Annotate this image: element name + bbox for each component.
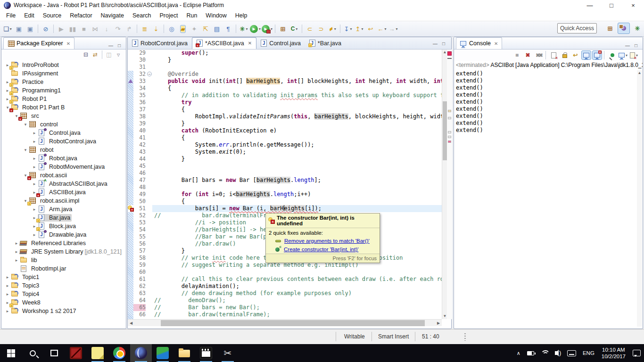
dropdown-icon[interactable]: ▾ [350,27,352,31]
tree-item-src[interactable]: ▾×src [1,112,126,120]
create-constructor-link[interactable]: Create constructor 'Bar(int, int)' [284,247,358,252]
maximize-editor-button[interactable]: □ [439,40,448,47]
code-line-32[interactable]: 32− @Override [128,71,442,78]
error-marker-icon[interactable]: × [128,206,134,212]
terminate-button[interactable]: ■ [512,50,522,60]
tree-item-block-java[interactable]: ▸J!Block.java [1,222,126,230]
tree-item-topic3[interactable]: ▸Topic3 [1,281,126,290]
taskbar-bluestacks-button[interactable] [152,344,173,362]
code-line-48[interactable]: 48 [128,184,442,191]
tree-item-programming1[interactable]: ▸!Programming1 [1,86,126,95]
toolbar-new-java-class-button[interactable]: C▾ [289,24,299,34]
dropdown-icon[interactable]: ▾ [385,27,387,31]
toolbar-save-button[interactable]: ▣ [14,24,24,34]
tab-close-icon[interactable]: ✕ [248,41,252,46]
tree-item-practice[interactable]: ▸!Practice [1,78,126,86]
view-close-icon[interactable]: ✕ [66,41,70,46]
toolbar-show-selected-element-button[interactable]: ⇱ [200,24,211,34]
taskbar-file-explorer-button[interactable] [173,344,195,362]
editor-tab-barjava[interactable]: J!*Bar.java [305,37,346,49]
minimize-view-button[interactable]: — [107,41,115,49]
menu-refactor[interactable]: Refactor [66,11,96,20]
overview-ruler[interactable] [447,49,452,319]
tree-item-control[interactable]: ▾control [1,120,126,129]
package-explorer-tab[interactable]: Package Explorer ✕ [3,37,74,49]
wifi-icon[interactable] [537,344,552,362]
dropdown-icon[interactable]: ▾ [361,27,363,31]
expand-open-icon[interactable]: ▾ [22,148,29,152]
code-line-38[interactable]: 38 RobotImpl.validateInitParams(this, ba… [128,113,442,120]
tree-item-topic4[interactable]: ▸Topic4 [1,290,126,298]
overview-marker[interactable] [448,140,451,143]
code-line-43[interactable]: 43 System.exit(0); [128,148,442,156]
tree-item-abstractasciibot-java[interactable]: ▸JAAbstractASCIIBot.java [1,180,126,188]
toolbar-skip-breakpoints-button[interactable]: ⊘ [41,24,51,34]
menu-help[interactable]: Help [231,11,252,20]
code-line-65[interactable]: 65// Bar bars = new Bar(); [128,304,442,311]
code-line-45[interactable]: 45 [128,163,442,170]
tree-item-robot-ascii[interactable]: ▾×robot.ascii [1,171,126,180]
remove-all-terminated-button[interactable]: ✖✖ [534,50,544,60]
code-line-51[interactable]: 51× bars[i] = new Bar (i, barHeights[i])… [128,205,442,212]
taskbar-eclipse-button[interactable] [130,344,152,362]
overview-marker[interactable] [448,131,451,133]
tree-item-robot-p1-part-b[interactable]: ▾×Robot P1 Part B [1,103,126,112]
expand-closed-icon[interactable]: ▸ [31,156,38,161]
tree-item-asciibot-java[interactable]: ▸J×ASCIIBot.java [1,188,126,197]
expand-open-icon[interactable]: ▾ [22,122,29,127]
menu-run[interactable]: Run [182,11,201,20]
toolbar-open-element-button[interactable]: ◎ [166,24,177,34]
expand-closed-icon[interactable]: ▸ [13,241,20,246]
toolbar-debug-button[interactable]: ✳▾ [239,24,249,34]
editor-tab-robotcontroljava[interactable]: JRobotControl.java [128,37,192,49]
expand-closed-icon[interactable]: ▸ [31,139,38,144]
word-wrap-button[interactable]: ↩ [570,50,580,60]
code-line-63[interactable]: 63 // demo drawing method (for example p… [128,290,442,297]
menu-source[interactable]: Source [39,11,66,20]
tray-expand-chevron[interactable]: ∧ [513,344,524,362]
code-line-47[interactable]: 47 Bar[] bars = new Bar [barHeights.leng… [128,177,442,184]
toolbar-clean-up-button[interactable]: ✦ [189,24,199,34]
toolbar-show-whitespace-button[interactable]: ¶ [223,24,233,34]
taskbar-dota-button[interactable] [65,344,87,362]
tree-item-ipassignment[interactable]: IPAssignment [1,69,126,78]
toolbar-toggle-block-selection-button[interactable]: ▤ [212,24,222,34]
tree-item-robot-ascii-impl[interactable]: ▾!robot.ascii.impl [1,197,126,205]
pin-console-button[interactable] [607,50,617,60]
toolbar-new-wizard-button[interactable]: ❏▾ [2,24,13,34]
volume-icon[interactable] [552,344,564,362]
language-indicator[interactable]: ENG [579,344,598,362]
dropdown-icon[interactable]: ▾ [396,27,398,31]
maximize-button[interactable]: □ [601,0,622,10]
debug-perspective-button[interactable]: ✳ [631,23,644,34]
scroll-right-icon[interactable]: ▶ [435,320,442,327]
scroll-left-icon[interactable]: ◀ [128,320,134,327]
toolbar-pause-button[interactable]: ▮▮ [67,24,78,34]
toolbar-step-return-button[interactable]: ↱ [124,24,134,34]
menu-project[interactable]: Project [156,11,182,20]
minimize-button[interactable]: — [579,0,601,10]
console-output[interactable]: extend()extend()extend()extend()extend()… [456,70,636,327]
toolbar-disconnect-button[interactable]: ⋈ [90,24,100,34]
expand-closed-icon[interactable]: ▸ [4,309,11,313]
expand-closed-icon[interactable]: ▸ [31,165,38,169]
expand-closed-icon[interactable]: ▸ [31,181,38,186]
overview-marker[interactable] [448,136,451,138]
toolbar-forward-button[interactable]: →▾ [388,24,398,34]
tree-item-introprorobot[interactable]: ▸!IntroProRobot [1,61,126,69]
remove-arguments-link[interactable]: Remove arguments to match 'Bar()' [284,238,370,244]
code-area[interactable]: 29 super();30 }3132− @Override33 public … [128,49,442,319]
tree-item-robot-p1[interactable]: ▸!Robot P1 [1,95,126,103]
focus-on-active-task-button[interactable]: ◫ [104,50,114,59]
tree-item-workshop-1-s2-2017[interactable]: ▸Workshop 1 s2 2017 [1,307,126,315]
console-tab[interactable]: Console ✕ [456,37,502,49]
tree-item-robotcontrol-java[interactable]: ▸JRobotControl.java [1,137,126,146]
expand-closed-icon[interactable]: ▸ [13,249,20,254]
code-line-37[interactable]: 37 { [128,106,442,113]
open-perspective-button[interactable]: ⊞ [604,23,616,34]
tree-item-robotimpl-jar[interactable]: RobotImpl.jar [1,264,126,273]
code-line-64[interactable]: 64// demoDraw(); [128,297,442,304]
toolbar-open-resource-button[interactable]: ⊃ [316,24,326,34]
code-line-44[interactable]: 44 } [128,156,442,163]
toolbar-next-annotation-button[interactable]: ↧▾ [343,24,353,34]
